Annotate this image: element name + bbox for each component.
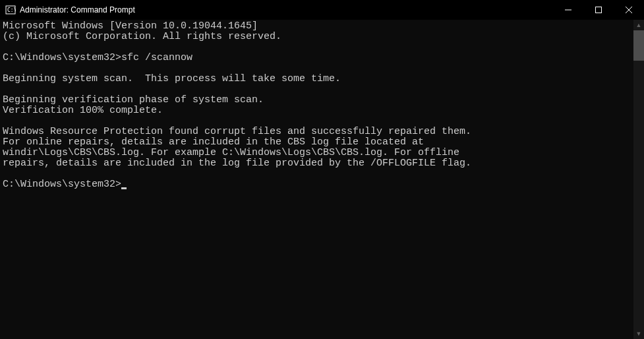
prompt: C:\Windows\system32> xyxy=(3,179,121,190)
minimize-button[interactable] xyxy=(553,0,583,20)
console-line xyxy=(3,63,631,74)
console-line xyxy=(3,42,631,53)
scrollbar-thumb[interactable] xyxy=(633,30,644,61)
window-title: Administrator: Command Prompt xyxy=(20,5,135,15)
console-line: C:\Windows\system32>sfc /scannow xyxy=(3,53,631,63)
command-prompt-window: C:\ Administrator: Command Prompt Micros… xyxy=(0,0,644,339)
cursor xyxy=(121,187,127,189)
console-line: Beginning verification phase of system s… xyxy=(3,95,631,106)
scroll-up-arrow[interactable]: ▲ xyxy=(633,20,644,30)
scroll-down-arrow[interactable]: ▼ xyxy=(633,328,644,339)
console-line: repairs, details are included in the log… xyxy=(3,158,631,169)
vertical-scrollbar[interactable]: ▲ ▼ xyxy=(633,20,644,339)
console-line xyxy=(3,84,631,95)
console-line xyxy=(3,169,631,179)
console-line: Microsoft Windows [Version 10.0.19044.16… xyxy=(3,21,631,32)
svg-rect-3 xyxy=(596,7,602,13)
console-output[interactable]: Microsoft Windows [Version 10.0.19044.16… xyxy=(0,20,633,339)
console-line xyxy=(3,116,631,127)
close-button[interactable] xyxy=(614,0,644,20)
svg-text:C:\: C:\ xyxy=(7,7,16,13)
console-line: For online repairs, details are included… xyxy=(3,137,631,148)
console-line: windir\Logs\CBS\CBS.log. For example C:\… xyxy=(3,148,631,158)
console-line: (c) Microsoft Corporation. All rights re… xyxy=(3,32,631,42)
titlebar[interactable]: C:\ Administrator: Command Prompt xyxy=(0,0,644,20)
console-line: Windows Resource Protection found corrup… xyxy=(3,127,631,137)
console-line: Verification 100% complete. xyxy=(3,106,631,116)
console-line: Beginning system scan. This process will… xyxy=(3,74,631,84)
cmd-icon: C:\ xyxy=(5,5,16,15)
maximize-button[interactable] xyxy=(583,0,614,20)
console-area: Microsoft Windows [Version 10.0.19044.16… xyxy=(0,20,644,339)
